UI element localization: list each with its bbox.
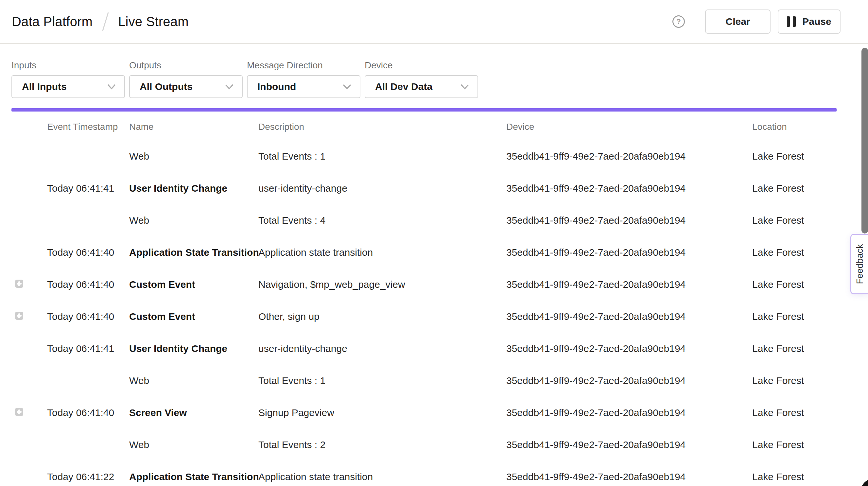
pause-button-label: Pause [802,16,831,27]
device-id-cell: 35eddb41-9ff9-49e2-7aed-20afa90eb194 [506,471,752,482]
top-bar: Data Platform Live Stream ? Clear Pause [0,0,868,44]
event-description-cell: Application state transition [258,247,506,258]
outputs-select[interactable]: All Outputs [129,75,243,98]
breadcrumb-separator-icon [101,11,110,32]
event-description-cell: Total Events : 4 [258,215,506,226]
filter-message-direction: Message Direction Inbound [247,60,361,98]
header-actions: ? Clear Pause [673,9,840,34]
event-name-cell: Web [129,151,258,162]
vertical-scrollbar-thumb[interactable] [862,48,868,234]
message-direction-select[interactable]: Inbound [247,75,361,98]
location-cell: Lake Forest [752,407,837,418]
event-timestamp-cell: Today 06:41:41 [47,343,129,354]
pause-button[interactable]: Pause [778,9,840,34]
breadcrumb: Data Platform Live Stream [12,11,189,32]
event-name-cell: Screen View [129,407,258,418]
table-row[interactable]: Today 06:41:40 Screen View Signup Pagevi… [0,397,837,429]
column-header-location: Location [752,122,837,132]
expand-row-button[interactable] [15,408,23,416]
column-header-event-timestamp: Event Timestamp [47,122,129,132]
location-cell: Lake Forest [752,247,837,258]
chevron-down-icon [343,84,351,90]
event-timestamp-cell: Today 06:41:41 [47,183,129,194]
event-name-cell: Custom Event [129,311,258,322]
event-name-cell: User Identity Change [129,183,258,194]
event-description-cell: Total Events : 1 [258,151,506,162]
inputs-select-value: All Inputs [22,81,67,92]
feedback-tab[interactable]: Feedback [850,234,868,294]
filter-device: Device All Dev Data [365,60,478,98]
event-description-cell: Application state transition [258,471,506,482]
location-cell: Lake Forest [752,471,837,482]
table-row[interactable]: Web Total Events : 1 35eddb41-9ff9-49e2-… [0,365,837,397]
event-description-cell: Total Events : 1 [258,375,506,386]
location-cell: Lake Forest [752,439,837,450]
outputs-select-value: All Outputs [140,81,193,92]
event-description-cell: Total Events : 2 [258,439,506,450]
device-id-cell: 35eddb41-9ff9-49e2-7aed-20afa90eb194 [506,215,752,226]
event-description-cell: Navigation, $mp_web_page_view [258,279,506,290]
filter-bar: Inputs All Inputs Outputs All Outputs Me… [0,44,868,98]
table-row[interactable]: Today 06:41:40 Application State Transit… [0,237,837,269]
chat-bubble-icon[interactable] [860,478,868,486]
table-row[interactable]: Today 06:41:40 Custom Event Navigation, … [0,269,837,301]
location-cell: Lake Forest [752,375,837,386]
device-select-value: All Dev Data [375,81,432,92]
breadcrumb-page: Live Stream [118,14,189,29]
events-table: Event Timestamp Name Description Device … [0,112,837,486]
expand-row-button[interactable] [15,280,23,288]
location-cell: Lake Forest [752,279,837,290]
event-name-cell: Application State Transition [129,471,258,482]
event-name-cell: Application State Transition [129,247,258,258]
inputs-select[interactable]: All Inputs [11,75,125,98]
event-timestamp-cell: Today 06:41:40 [47,247,129,258]
device-id-cell: 35eddb41-9ff9-49e2-7aed-20afa90eb194 [506,279,752,290]
location-cell: Lake Forest [752,311,837,322]
breadcrumb-section[interactable]: Data Platform [12,14,93,29]
feedback-tab-label: Feedback [855,244,865,284]
location-cell: Lake Forest [752,183,837,194]
filter-inputs: Inputs All Inputs [11,60,125,98]
table-row[interactable]: Web Total Events : 2 35eddb41-9ff9-49e2-… [0,429,837,461]
clear-button[interactable]: Clear [705,9,771,34]
chevron-down-icon [225,84,234,90]
table-header-row: Event Timestamp Name Description Device … [0,112,837,140]
event-name-cell: Custom Event [129,279,258,290]
filter-outputs-label: Outputs [129,60,243,71]
location-cell: Lake Forest [752,343,837,354]
device-id-cell: 35eddb41-9ff9-49e2-7aed-20afa90eb194 [506,151,752,162]
table-body: Web Total Events : 1 35eddb41-9ff9-49e2-… [0,140,837,486]
stream-progress-bar [11,108,837,112]
event-description-cell: user-identity-change [258,183,506,194]
location-cell: Lake Forest [752,151,837,162]
table-row[interactable]: Today 06:41:22 Application State Transit… [0,461,837,486]
event-description-cell: Other, sign up [258,311,506,322]
event-description-cell: Signup Pageview [258,407,506,418]
event-timestamp-cell: Today 06:41:22 [47,471,129,482]
table-row[interactable]: Web Total Events : 1 35eddb41-9ff9-49e2-… [0,140,837,172]
expand-row-button[interactable] [15,312,23,320]
table-row[interactable]: Today 06:41:40 Custom Event Other, sign … [0,301,837,333]
device-id-cell: 35eddb41-9ff9-49e2-7aed-20afa90eb194 [506,375,752,386]
location-cell: Lake Forest [752,215,837,226]
device-id-cell: 35eddb41-9ff9-49e2-7aed-20afa90eb194 [506,407,752,418]
chevron-down-icon [461,84,469,90]
device-id-cell: 35eddb41-9ff9-49e2-7aed-20afa90eb194 [506,183,752,194]
table-row[interactable]: Today 06:41:41 User Identity Change user… [0,333,837,365]
event-name-cell: Web [129,215,258,226]
message-direction-select-value: Inbound [257,81,296,92]
clear-button-label: Clear [725,16,750,27]
table-row[interactable]: Web Total Events : 4 35eddb41-9ff9-49e2-… [0,204,837,237]
table-row[interactable]: Today 06:41:41 User Identity Change user… [0,172,837,204]
help-icon[interactable]: ? [673,16,685,28]
device-select[interactable]: All Dev Data [365,75,478,98]
filter-message-direction-label: Message Direction [247,60,361,71]
filter-inputs-label: Inputs [11,60,125,71]
device-id-cell: 35eddb41-9ff9-49e2-7aed-20afa90eb194 [506,343,752,354]
event-timestamp-cell: Today 06:41:40 [47,311,129,322]
live-stream-page: Data Platform Live Stream ? Clear Pause … [0,0,868,486]
filter-outputs: Outputs All Outputs [129,60,243,98]
pause-icon [787,17,796,27]
event-name-cell: User Identity Change [129,343,258,354]
device-id-cell: 35eddb41-9ff9-49e2-7aed-20afa90eb194 [506,247,752,258]
